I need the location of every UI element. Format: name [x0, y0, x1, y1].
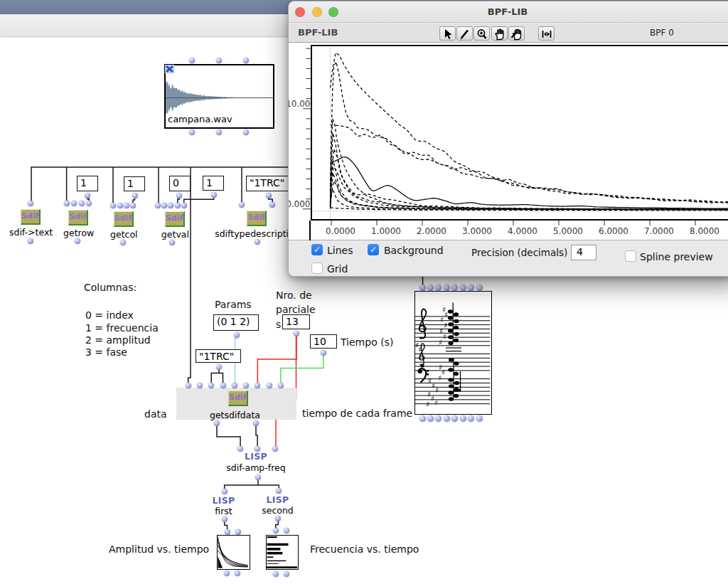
bpf-window-titlebar[interactable]: BPF-LIB [289, 1, 728, 23]
port-in-chord-seq-5[interactable] [451, 285, 458, 291]
value-box-npartials[interactable]: 13 [282, 314, 310, 329]
lines-checkbox[interactable]: ✓ [311, 244, 323, 255]
precision-input[interactable]: 4 [571, 245, 596, 260]
port-in-getcol-2[interactable] [117, 203, 123, 208]
value-box-getval-row[interactable]: 0 [169, 176, 191, 191]
sdif-icon-getcol[interactable]: SdiF [114, 211, 134, 227]
connection-val1-getval[interactable] [184, 195, 214, 206]
hand-draw-tool-button[interactable] [508, 26, 525, 41]
curve-partial-3[interactable] [331, 125, 728, 203]
port-in-getsdifdata-4[interactable] [220, 383, 226, 388]
port-in-getsdifdata-2[interactable] [197, 383, 203, 388]
port-out-params-list[interactable] [234, 332, 240, 338]
port-in-getcol-4[interactable] [130, 203, 136, 208]
port-in-getsdifdata-8[interactable] [267, 383, 272, 388]
port-in-sdif-amp-freq-1[interactable] [237, 446, 243, 452]
value-box-getval-col[interactable]: 1 [203, 176, 224, 191]
port-out-getsdifdata-2[interactable] [253, 420, 259, 426]
port-out-trc-type-b[interactable] [216, 364, 222, 370]
port-in-getcol-3[interactable] [124, 203, 129, 208]
port-out-chord-seq-8[interactable] [476, 415, 483, 422]
port-in-sdif-amp-freq-2[interactable] [255, 446, 260, 452]
port-out-first-1[interactable] [222, 516, 228, 522]
port-in-bpf-amplitud-1[interactable] [225, 529, 230, 535]
port-out-chord-seq-1[interactable] [419, 415, 426, 422]
x-ruler[interactable]: 0.00001.00002.00003.00004.00005.00006.00… [289, 221, 728, 240]
port-out-bpf-frecuencia-2[interactable] [284, 571, 289, 577]
curve-partial-11[interactable] [331, 181, 728, 210]
sdif-icon-getval[interactable]: SdiF [165, 211, 185, 227]
port-out-sdif-to-text-1[interactable] [28, 238, 33, 244]
port-out-sdiftypedescription-1[interactable] [255, 239, 260, 245]
connection-time-gsd[interactable] [281, 353, 323, 386]
zoom-tool-button[interactable] [473, 26, 490, 41]
port-out-getcol-col[interactable] [132, 193, 138, 198]
box-bpf-amplitud[interactable] [217, 535, 250, 570]
lisp-icon-second[interactable]: LISP [235, 494, 321, 505]
port-out-sound-1[interactable] [189, 129, 195, 135]
curve-partial-2[interactable] [331, 62, 728, 203]
port-out-getval-col[interactable] [211, 192, 217, 198]
port-in-bpf-amplitud-2[interactable] [235, 529, 241, 535]
box-bpf-frecuencia[interactable] [266, 535, 299, 570]
port-in-chord-seq-6[interactable] [460, 285, 466, 291]
sdif-icon-getsdifdata[interactable]: SdiF [228, 391, 248, 406]
curve-partial-1[interactable] [331, 53, 728, 202]
value-box-getrow-row[interactable]: 1 [77, 176, 98, 191]
port-in-getval-4[interactable] [175, 203, 181, 208]
grid-checkbox[interactable] [311, 262, 323, 274]
port-in-getcol-1[interactable] [110, 203, 116, 208]
port-out-bpf-frecuencia-1[interactable] [273, 571, 279, 577]
port-out-chord-seq-6[interactable] [460, 415, 466, 422]
y-ruler[interactable]: 10.000.000 [289, 43, 311, 223]
port-in-getval-5[interactable] [181, 203, 187, 208]
box-chord-seq[interactable]: ♯♯♯♯♯♯♯♯♯♯♯♯♯♯♯♯♯♯♯ [414, 291, 492, 415]
port-in-chord-seq-2[interactable] [427, 285, 434, 291]
port-in-chord-seq-4[interactable] [444, 285, 450, 291]
curve-partial-5[interactable] [331, 119, 728, 209]
port-in-getval-1[interactable] [155, 203, 161, 208]
port-in-chord-seq-7[interactable] [468, 285, 474, 291]
connection-gsd-ampfreq-1[interactable] [217, 423, 240, 449]
lisp-icon-sdif-amp-freq[interactable]: LISP [213, 451, 299, 462]
port-out-sdif-amp-freq-1[interactable] [255, 474, 261, 480]
port-in-getsdifdata-1[interactable] [186, 383, 191, 388]
port-in-bpf-frecuencia-1[interactable] [273, 528, 279, 533]
port-in-sdiftypedescription-1[interactable] [239, 202, 245, 208]
spline-preview-checkbox[interactable] [625, 250, 636, 262]
hand-tool-button[interactable] [491, 26, 508, 41]
sdif-icon-sdiftypedescription[interactable]: SdiF [247, 211, 267, 226]
port-in-getsdifdata-3[interactable] [208, 383, 214, 388]
connection-ampfreq-first[interactable] [225, 477, 258, 492]
port-in-getsdifdata-9[interactable] [278, 383, 284, 388]
port-in-getsdifdata-7[interactable] [255, 383, 260, 388]
port-out-time-val[interactable] [321, 350, 326, 356]
port-out-getval-row[interactable] [176, 193, 182, 198]
port-out-getrow-row[interactable] [85, 193, 90, 198]
sdif-icon-sdif-to-text[interactable]: SdiF [21, 209, 41, 225]
port-out-trc-type-a[interactable] [266, 193, 272, 198]
value-box-trc-type-b[interactable]: "1TRC" [196, 349, 241, 363]
box-sound-campana[interactable]: campana.wav [164, 64, 274, 129]
sdif-icon-getrow[interactable]: SdiF [68, 210, 88, 225]
arrow-tool-button[interactable] [439, 26, 456, 41]
port-in-getrow-1[interactable] [64, 201, 70, 206]
value-box-getcol-col[interactable]: 1 [124, 176, 145, 191]
curve-partial-8[interactable] [331, 159, 728, 210]
connection-gsd-ampfreq-2[interactable] [256, 423, 257, 449]
port-out-npartials[interactable] [294, 331, 299, 336]
bpf-plot[interactable] [311, 45, 728, 221]
value-box-params-list[interactable]: (0 1 2) [213, 314, 259, 331]
selection-x-icon[interactable] [165, 65, 174, 73]
value-box-trc-type-a[interactable]: "1TRC" [246, 176, 290, 191]
connection-np-gsd[interactable] [257, 334, 296, 386]
port-in-chord-seq-8[interactable] [476, 285, 483, 291]
background-checkbox[interactable]: ✓ [368, 244, 379, 255]
pen-tool-button[interactable] [456, 26, 473, 41]
port-in-getsdifdata-5[interactable] [232, 383, 237, 388]
port-in-chord-seq-1[interactable] [419, 285, 426, 291]
port-in-getsdifdata-6[interactable] [243, 383, 249, 388]
port-out-getsdifdata-1[interactable] [214, 420, 220, 426]
port-out-getrow-1[interactable] [75, 238, 80, 244]
port-in-sound-1[interactable] [189, 58, 195, 63]
